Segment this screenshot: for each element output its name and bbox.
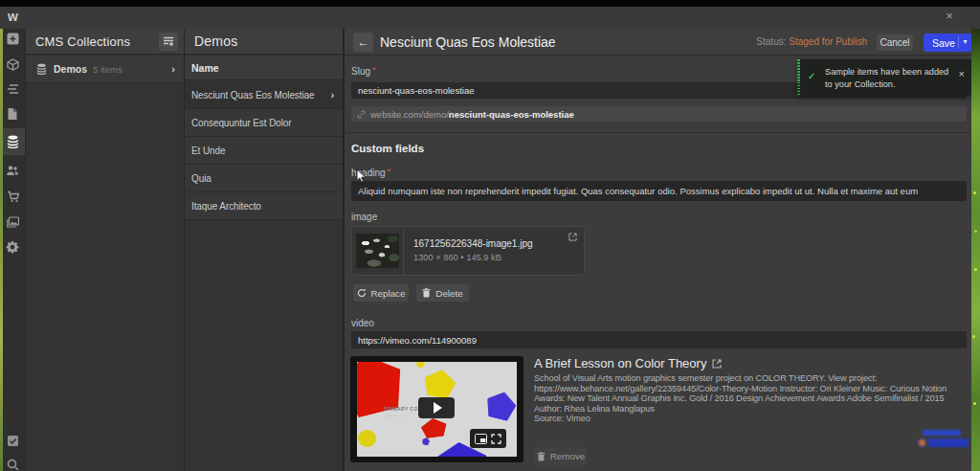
save-split-divider: [958, 36, 959, 49]
cms-database-icon: [7, 135, 19, 148]
description-line: Author: Rhea Lelina Manglapus: [534, 404, 976, 415]
right-edge-artifact: [971, 29, 980, 471]
image-card: 1671256226348-image1.jpg 1300 × 860 • 14…: [351, 226, 585, 276]
chevron-right-icon: ›: [330, 89, 334, 101]
image-thumbnail-cell[interactable]: [352, 227, 404, 275]
item-name: Consequuntur Est Dolor: [191, 118, 292, 128]
mouse-cursor: [356, 168, 368, 184]
screen-letterbox: [0, 0, 980, 7]
add-collection-button[interactable]: [159, 33, 178, 51]
image-meta: 1300 × 860 • 145.9 kB: [413, 253, 501, 262]
replace-icon: [357, 288, 367, 298]
description-line: School of Visual Arts motion graphics se…: [534, 373, 976, 384]
save-label: Save: [924, 37, 955, 49]
external-link-icon[interactable]: [712, 359, 722, 369]
collection-item-row[interactable]: Et Unde: [185, 137, 343, 165]
elements-button[interactable]: [0, 55, 25, 74]
toast-message: Sample items have been added to your Col…: [825, 66, 949, 90]
chevron-right-icon: ›: [171, 63, 175, 75]
video-title: A Brief Lesson on Color Theory: [534, 356, 722, 370]
item-name: Quia: [191, 173, 212, 184]
navigator-button[interactable]: [0, 79, 25, 99]
url-preview: website.com/demo/ nesciunt-quas-eos-mole…: [351, 106, 967, 122]
collection-name: Demos: [54, 63, 87, 75]
editor-header: ← Nesciunt Quas Eos Molestiae Status: St…: [345, 29, 980, 56]
play-button[interactable]: [418, 397, 455, 418]
page-icon: [7, 107, 18, 121]
assets-image-icon: [7, 216, 19, 228]
link-icon: [357, 110, 366, 119]
name-column-header[interactable]: Name: [185, 56, 343, 80]
webflow-logo[interactable]: w: [8, 9, 18, 24]
audit-button[interactable]: [0, 431, 25, 450]
cube-icon: [7, 58, 19, 71]
required-asterisk: *: [388, 167, 391, 176]
video-caption-subtext: _______ ___ __: [384, 413, 408, 416]
collection-panel-header: Demos: [185, 29, 343, 55]
delete-button[interactable]: Delete: [416, 284, 469, 302]
save-button[interactable]: Save ▼: [924, 34, 972, 52]
description-line: Awards: New Talent Annual Graphis Inc. G…: [534, 393, 976, 404]
collection-panel-title: Demos: [185, 34, 237, 49]
collection-icon: [36, 63, 47, 75]
back-button[interactable]: ←: [353, 33, 373, 52]
collection-list-item-demos[interactable]: Demos 5 items ›: [26, 56, 184, 83]
add-icon: [7, 33, 19, 45]
watermark-text-line: [923, 430, 961, 436]
status-value: Staged for Publish: [789, 36, 867, 47]
trash-icon: [422, 288, 431, 298]
collection-item-row[interactable]: Quia: [185, 165, 343, 192]
add-panel-button[interactable]: [0, 29, 25, 48]
video-caption-text: PRIMARY CO: [384, 406, 418, 412]
ecommerce-button[interactable]: [0, 187, 25, 206]
external-link-icon[interactable]: [568, 233, 577, 241]
collection-items-panel: Demos Name Nesciunt Quas Eos Molestiae ›…: [185, 29, 345, 471]
shape-yellow-dotted-circle: [358, 430, 376, 447]
video-still-frame: PRIMARY CO _______ ___ __: [357, 362, 517, 457]
pages-button[interactable]: [0, 104, 25, 123]
cms-collections-panel: CMS Collections Demos 5 items ›: [26, 29, 185, 471]
replace-label: Replace: [371, 288, 406, 299]
app-top-bar: w ×: [0, 7, 980, 29]
collection-item-row[interactable]: Consequuntur Est Dolor: [185, 109, 343, 137]
assets-button[interactable]: [0, 213, 25, 232]
users-icon: [6, 165, 19, 176]
section-divider: [345, 132, 980, 133]
image-filename: 1671256226348-image1.jpg: [413, 238, 533, 249]
video-title-text: A Brief Lesson on Color Theory: [534, 356, 706, 370]
shape-blue-pentagon: [483, 389, 517, 423]
toast-success-accent: [797, 59, 800, 96]
search-button[interactable]: [0, 455, 25, 471]
video-overlay-controls[interactable]: [470, 429, 506, 448]
shape-yellow-small: [415, 362, 427, 369]
replace-button[interactable]: Replace: [353, 284, 409, 302]
left-edge-artifact: [0, 29, 3, 471]
watermark-dot: [918, 438, 926, 447]
right-edge-specks: [973, 191, 976, 194]
cart-icon: [7, 191, 19, 203]
toast-close-icon[interactable]: ×: [959, 68, 965, 79]
status: Status: Staged for Publish: [756, 36, 867, 47]
cancel-button[interactable]: Cancel: [877, 34, 913, 51]
video-player-thumbnail[interactable]: PRIMARY CO _______ ___ __: [350, 356, 523, 462]
collection-item-row[interactable]: Itaque Architecto: [185, 192, 343, 220]
navigator-icon: [7, 83, 19, 95]
slug-label: Slug*: [351, 65, 376, 77]
remove-button[interactable]: Remove: [534, 447, 588, 465]
description-line: Source: Vimeo: [534, 414, 976, 424]
watermark-text-line: [928, 438, 969, 447]
search-icon: [7, 459, 19, 471]
collection-count: 5 items: [93, 64, 122, 75]
users-button[interactable]: [0, 161, 25, 180]
cms-button[interactable]: [0, 132, 25, 151]
collection-item-row[interactable]: Nesciunt Quas Eos Molestiae ›: [185, 81, 343, 109]
cms-panel-header: CMS Collections: [26, 29, 184, 55]
heading-input[interactable]: Aliquid numquam iste non reprehenderit i…: [351, 181, 967, 201]
play-icon: [434, 402, 442, 414]
video-url-input[interactable]: https://vimeo.com/114900089: [351, 331, 967, 348]
settings-button[interactable]: [0, 237, 25, 257]
add-collection-icon: [163, 36, 174, 47]
trash-icon: [537, 452, 546, 461]
check-icon: ✓: [808, 71, 815, 81]
window-close-icon[interactable]: ×: [942, 9, 957, 23]
